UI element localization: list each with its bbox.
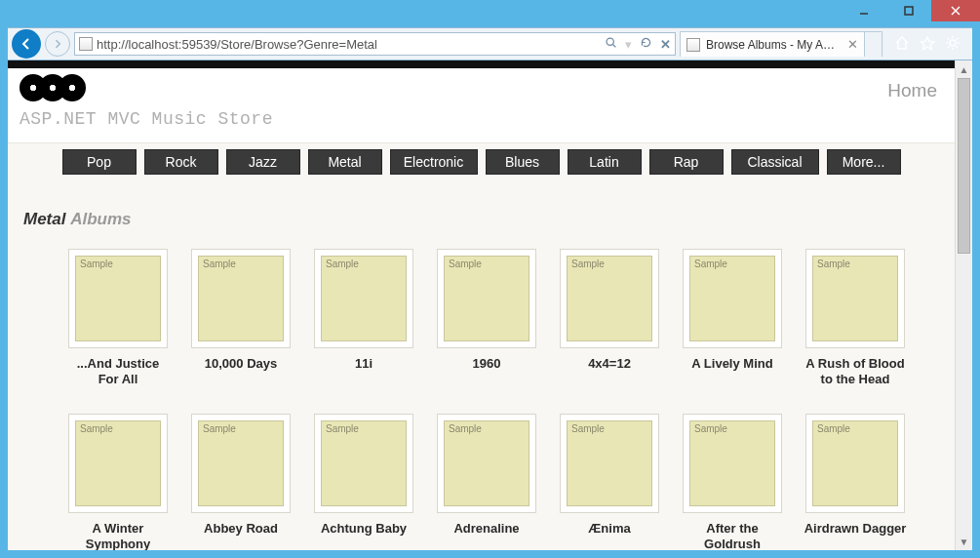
genre-rap[interactable]: Rap [649,149,724,175]
tools-icon[interactable] [945,35,960,54]
album-item[interactable]: Sample10,000 Days [189,249,293,388]
scroll-up-arrow[interactable]: ▲ [956,60,972,78]
window-minimize-button[interactable] [842,0,886,21]
genre-metal[interactable]: Metal [308,149,382,175]
browser-tab[interactable]: Browse Albums - My ASP.N... ✕ [680,31,865,57]
genre-electronic[interactable]: Electronic [390,149,478,175]
album-item[interactable]: SampleA Rush of Blood to the Head [804,249,907,388]
album-title: A Rush of Blood to the Head [804,356,907,388]
genre-rock[interactable]: Rock [144,149,218,175]
album-cover-frame: Sample [68,414,168,513]
cover-placeholder-label: Sample [80,259,113,269]
top-stripe [8,60,955,68]
cover-placeholder-label: Sample [694,423,727,434]
genre-blues[interactable]: Blues [486,149,560,175]
album-item[interactable]: Sample4x4=12 [558,249,661,388]
browser-toolbar: ▾ ✕ Browse Albums - My ASP.N... ✕ [8,27,972,60]
album-cover-frame: Sample [68,249,168,348]
window-maximize-button[interactable] [886,0,931,21]
album-item[interactable]: SampleA Lively Mind [681,249,784,388]
album-cover: Sample [812,420,898,506]
nav-back-button[interactable] [12,29,41,59]
favorites-icon[interactable] [920,35,935,54]
album-item[interactable]: SampleAdrenaline [435,414,538,551]
cover-placeholder-label: Sample [571,423,605,434]
album-item[interactable]: Sample11i [312,249,415,388]
svg-rect-1 [905,7,913,15]
album-item[interactable]: SampleAchtung Baby [312,414,415,551]
page-title: Metal Albums [8,180,955,239]
cover-placeholder-label: Sample [203,259,236,269]
page-viewport: ASP.NET MVC Music Store Home PopRockJazz… [8,60,972,550]
cover-placeholder-label: Sample [694,259,727,269]
home-link[interactable]: Home [887,80,937,101]
album-cover: Sample [75,420,161,506]
album-cover-frame: Sample [437,249,536,348]
svg-line-14 [957,38,959,40]
genre-pop[interactable]: Pop [62,149,137,175]
cover-placeholder-label: Sample [817,259,850,269]
search-icon[interactable] [605,36,617,52]
svg-line-12 [957,46,959,48]
url-input[interactable] [97,37,601,52]
nav-forward-button[interactable] [45,31,70,57]
album-cover: Sample [198,420,284,506]
genre-latin[interactable]: Latin [568,149,642,175]
album-cover: Sample [689,256,775,341]
album-item[interactable]: SampleA Winter Symphony [66,414,170,551]
cover-placeholder-label: Sample [80,423,113,434]
album-cover: Sample [75,256,161,341]
album-title: 4x4=12 [588,356,631,372]
scroll-thumb[interactable] [958,78,970,254]
genre-more[interactable]: More... [827,149,901,175]
cover-placeholder-label: Sample [326,259,359,269]
album-title: Ænima [588,521,630,537]
album-item[interactable]: Sample...And Justice For All [66,249,170,388]
cover-placeholder-label: Sample [449,259,482,269]
site-brand: ASP.NET MVC Music Store [20,74,273,129]
window-close-button[interactable] [931,0,980,21]
current-genre: Metal [23,210,65,228]
album-title: A Winter Symphony [66,521,170,551]
svg-line-5 [613,45,616,48]
home-icon[interactable] [894,35,910,54]
album-title: 1960 [473,356,501,372]
album-cover-frame: Sample [805,249,905,348]
new-tab-button[interactable] [865,31,882,57]
stop-icon[interactable]: ✕ [660,37,671,52]
svg-point-6 [950,40,956,46]
vertical-scrollbar[interactable]: ▲ ▼ [955,60,972,550]
tab-page-icon [686,38,700,52]
scroll-down-arrow[interactable]: ▼ [956,533,972,550]
album-cover-frame: Sample [560,414,659,513]
album-cover: Sample [689,420,775,506]
tab-close-icon[interactable]: ✕ [847,37,858,52]
album-cover-frame: Sample [805,414,905,513]
album-cover: Sample [567,420,652,506]
cover-placeholder-label: Sample [817,423,850,434]
genre-jazz[interactable]: Jazz [226,149,300,175]
tab-strip: Browse Albums - My ASP.N... ✕ [680,30,882,58]
album-cover-frame: Sample [314,414,413,513]
logo-icon [20,74,273,101]
album-cover: Sample [198,256,284,341]
album-title: Airdrawn Dagger [804,521,907,537]
svg-point-4 [607,38,613,45]
album-cover-frame: Sample [683,249,782,348]
refresh-icon[interactable] [640,36,652,52]
album-cover-frame: Sample [191,249,291,348]
album-item[interactable]: SampleAirdrawn Dagger [804,414,907,551]
album-title: ...And Justice For All [66,356,170,388]
genre-classical[interactable]: Classical [731,149,819,175]
album-cover: Sample [444,420,529,506]
address-bar: ▾ ✕ [74,32,676,56]
album-cover-frame: Sample [683,414,782,513]
svg-line-11 [948,38,950,40]
album-item[interactable]: SampleAbbey Road [189,414,293,551]
cover-placeholder-label: Sample [326,423,359,434]
album-cover: Sample [444,256,529,341]
album-item[interactable]: Sample1960 [435,249,538,388]
album-item[interactable]: SampleÆnima [558,414,661,551]
album-item[interactable]: SampleAfter the Goldrush [681,414,784,551]
album-grid: Sample...And Justice For AllSample10,000… [8,239,955,550]
